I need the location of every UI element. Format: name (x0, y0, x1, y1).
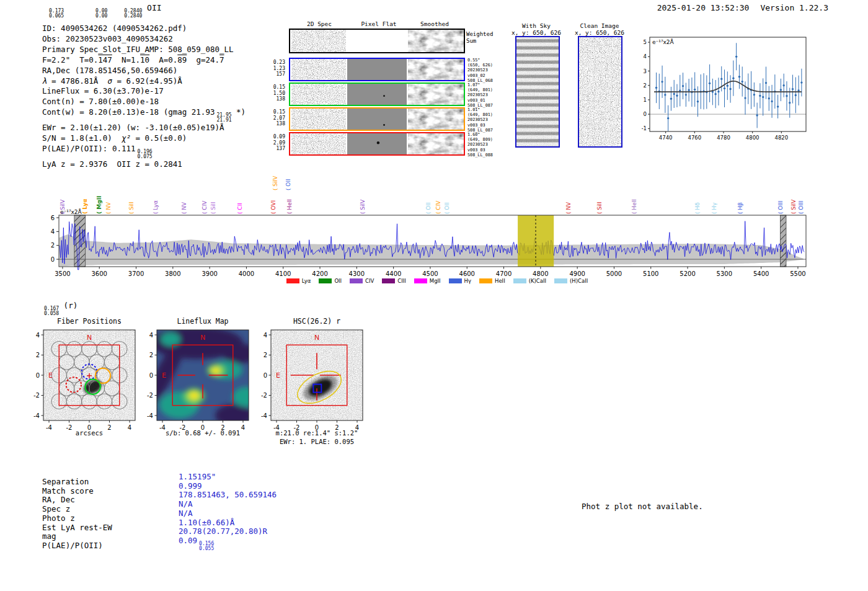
text-segment: A=0. (149, 55, 177, 64)
legend-label: Hγ (464, 278, 471, 284)
col-header-2dspec: 2D Spec (291, 20, 347, 27)
masked-band (780, 215, 786, 267)
svg-text:4000: 4000 (239, 270, 254, 277)
svg-text:4100: 4100 (275, 270, 291, 277)
inset-units-annotation: e⁻¹⁷x2Å (652, 38, 675, 45)
legend-swatch (449, 278, 462, 283)
text-segment: LineFlux = 6.30(±3.70)e-17 (42, 86, 164, 96)
hi-lo-bounds: 0.1730.065 (49, 9, 64, 19)
line-label-SiIV: ( SiIV (60, 199, 66, 214)
cutout-row (289, 107, 465, 131)
text-segment: N/A (179, 499, 193, 509)
info-line: F=2.2" T=0.147 N=1.10 A=0.89 g=24.7 (42, 55, 246, 66)
error-band (59, 234, 804, 266)
cutout-pixelflat (347, 59, 407, 80)
legend-label: HeII (495, 278, 505, 284)
line-label-NV: ( NV (181, 202, 187, 214)
cutout-2dspec (291, 59, 346, 80)
line-identity-labels: ( SiIV( Lyα( MgII( NV( SiII( Lyα( NV( CI… (60, 176, 804, 214)
info-line: RA,Dec (178.851456,50.659466) (42, 66, 246, 76)
svg-text:4600: 4600 (459, 270, 475, 277)
info-line: Cont(w) = 8.20(±0.13)e-18 (gmag 21.9321.… (42, 107, 246, 123)
text-segment: N/A (179, 509, 193, 518)
detection-info-block: ID: 4090534262 (4090534262.pdf)Obs: 2023… (42, 24, 246, 170)
cutout-smoothed (408, 30, 464, 52)
info-line: P(LAE)/P(OII): 0.1110.1960.075 (42, 144, 246, 159)
fiber-xlabel: arcsecs (27, 429, 151, 437)
legend-label: MgII (430, 278, 441, 284)
hi-lo-bounds: 0.000.00 (95, 9, 107, 19)
svg-text:3600: 3600 (92, 270, 107, 277)
cutout-2dspec (291, 30, 346, 52)
match-row-label: Spec z (42, 505, 179, 514)
line-label-Hδ: ( Hδ (694, 202, 701, 214)
text-segment: 0.999 (179, 481, 202, 491)
hsc-image-panel: NE-4-4-2-2002244 (255, 313, 379, 437)
hi-lo-bounds: 0.1560.055 (199, 541, 214, 551)
version-label: Version 1.22.3 (760, 3, 828, 12)
legend-item: CIV (350, 278, 374, 284)
overlined-segment: 89 (177, 55, 187, 64)
header-stat: 0.28400.2840 OII (122, 3, 161, 19)
info-line: S/N = 1.8(±1.0) χ² = 0.5(±0.0) (42, 133, 246, 144)
match-row-label: mag (42, 532, 179, 541)
italic-symbol: χ² (122, 133, 131, 143)
svg-text:0: 0 (149, 372, 153, 379)
svg-text:5: 5 (644, 39, 647, 45)
hi-lo-bounds: 21.9521.91 (216, 113, 231, 123)
cutout-2dspec (291, 133, 346, 154)
timestamp: 2025-01-20 13:52:30 (657, 3, 750, 12)
text-segment: EWr = 2.10(±1.20) (w: -3.10(±0.05)e19)Å (42, 123, 224, 132)
cutout-smoothed (408, 84, 464, 105)
svg-text:4800: 4800 (746, 135, 760, 141)
svg-text:-2: -2 (261, 392, 267, 399)
match-table-row: P(LAE)/P(OII)0.090.1560.055 (42, 541, 277, 556)
svg-text:4: 4 (644, 53, 647, 60)
legend-item: OII (319, 278, 342, 284)
text-segment: RA,Dec (178.851456,50.659466) (42, 66, 177, 75)
text-segment: F=2.2" T=0. (42, 55, 98, 64)
cutout-row (289, 29, 465, 53)
cutout-2dspec (291, 84, 346, 105)
text-segment: Cont(w) = 8.20(±0.13)e-18 (gmag 21.93 (42, 107, 215, 117)
line-label-OIII: ( OIII (798, 201, 804, 214)
svg-text:4: 4 (264, 332, 267, 339)
east-marker: E (276, 371, 280, 380)
inset-errorbars (655, 43, 803, 131)
north-marker: N (87, 334, 92, 342)
lineflux-map-panel: NE-4-4-2-2002244 (141, 313, 265, 437)
line-label-SiII: ( SiII (210, 202, 216, 214)
info-line: Primary Spec_Slot_IFU_AMP: 508_059_080_L… (42, 45, 246, 55)
legend-item: MgII (414, 278, 441, 284)
spectrum-legend: LyαOIICIVCIIIMgIIHγHeII(K)CaII(H)CaII (260, 278, 614, 284)
line-label-CIV: ( CIV (435, 200, 441, 214)
svg-text:6: 6 (51, 215, 55, 221)
line-label-MgII: ( MgII (96, 196, 102, 214)
text-segment: = 6.92(±4.95)Å (112, 76, 182, 86)
line-label-OIII: ( OIII (777, 201, 784, 214)
svg-text:4780: 4780 (717, 135, 730, 141)
svg-text:3700: 3700 (128, 270, 144, 277)
info-line: EWr = 2.10(±1.20) (w: -3.10(±0.05)e19)Å (42, 123, 246, 133)
legend-swatch (414, 278, 427, 283)
svg-text:3800: 3800 (165, 270, 180, 277)
match-row-value: 1.10(±0.66)Å (179, 518, 277, 528)
legend-item: (H)CaII (554, 278, 588, 284)
photz-note: Phot z plot not available. (582, 502, 703, 511)
svg-text:-4: -4 (33, 412, 40, 419)
legend-item: Hγ (449, 278, 471, 284)
svg-text:-2: -2 (147, 392, 153, 399)
legend-swatch (554, 278, 567, 283)
overlined-segment: 7 (219, 55, 224, 64)
svg-text:4740: 4740 (659, 135, 673, 141)
match-row-label: Est LyA rest-EW (42, 523, 179, 533)
text-segment: = 0.5(±0.0) (131, 133, 187, 143)
match-row-value: N/A (179, 500, 277, 509)
legend-label: (K)CaII (529, 278, 546, 284)
fiber-positions-panel: NE-4-4-2-2002244 (27, 313, 151, 437)
svg-text:4820: 4820 (775, 135, 789, 141)
match-row-value: N/A (179, 509, 277, 518)
elixer-report: 0.1730.0650.000.000.28400.2840 OII 2025-… (0, 0, 868, 591)
svg-text:5400: 5400 (753, 270, 769, 277)
cutout-pixelflat (347, 84, 407, 105)
